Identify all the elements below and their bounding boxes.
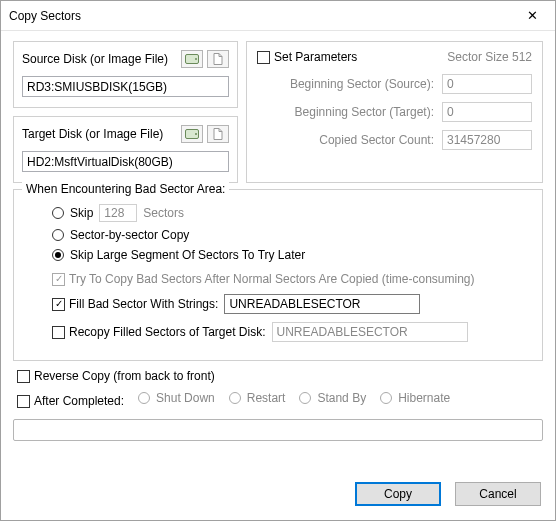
target-open-file-button[interactable] <box>207 125 229 143</box>
skip-radio[interactable]: Skip Sectors <box>52 204 532 222</box>
sector-size-label: Sector Size 512 <box>447 50 532 64</box>
source-open-file-button[interactable] <box>207 50 229 68</box>
restart-label: Restart <box>247 391 286 405</box>
skip-large-radio[interactable]: Skip Large Segment Of Sectors To Try Lat… <box>52 248 532 262</box>
target-disk-combobox[interactable] <box>22 151 229 172</box>
bad-sector-subopts: Try To Copy Bad Sectors After Normal Sec… <box>24 272 532 342</box>
copied-count-input[interactable] <box>442 130 532 150</box>
dialog-window: Copy Sectors ✕ Source Disk (or Image Fil… <box>0 0 556 521</box>
fill-strings-input[interactable] <box>224 294 420 314</box>
beginning-source-input[interactable] <box>442 74 532 94</box>
titlebar: Copy Sectors ✕ <box>1 1 555 31</box>
fill-strings-checkbox[interactable]: Fill Bad Sector With Strings: <box>52 297 218 311</box>
disk-icon <box>185 129 199 139</box>
try-after-checkbox: Try To Copy Bad Sectors After Normal Sec… <box>52 272 475 286</box>
after-completed-checkbox[interactable]: After Completed: <box>17 394 124 408</box>
recopy-input <box>272 322 468 342</box>
cancel-button[interactable]: Cancel <box>455 482 541 506</box>
try-after-label: Try To Copy Bad Sectors After Normal Sec… <box>69 272 475 286</box>
parameters-panel: Set Parameters Sector Size 512 Beginning… <box>246 41 543 183</box>
recopy-label: Recopy Filled Sectors of Target Disk: <box>69 325 266 339</box>
recopy-checkbox[interactable]: Recopy Filled Sectors of Target Disk: <box>52 325 266 339</box>
reverse-copy-label: Reverse Copy (from back to front) <box>34 369 215 383</box>
hibernate-label: Hibernate <box>398 391 450 405</box>
cancel-button-label: Cancel <box>479 487 516 501</box>
close-icon: ✕ <box>527 8 538 23</box>
copied-count-label: Copied Sector Count: <box>257 133 434 147</box>
beginning-target-label: Beginning Sector (Target): <box>257 105 434 119</box>
set-parameters-checkbox[interactable]: Set Parameters <box>257 50 357 64</box>
reverse-copy-checkbox[interactable]: Reverse Copy (from back to front) <box>17 369 215 383</box>
skip-large-label: Skip Large Segment Of Sectors To Try Lat… <box>70 248 305 262</box>
dialog-body: Source Disk (or Image File) <box>1 31 555 472</box>
svg-point-1 <box>195 58 197 60</box>
sector-by-sector-radio[interactable]: Sector-by-sector Copy <box>52 228 532 242</box>
skip-label: Skip <box>70 206 93 220</box>
file-icon <box>213 128 223 140</box>
hibernate-radio: Hibernate <box>380 391 450 405</box>
skip-unit-label: Sectors <box>143 206 184 220</box>
fill-strings-label: Fill Bad Sector With Strings: <box>69 297 218 311</box>
standby-label: Stand By <box>317 391 366 405</box>
disk-column: Source Disk (or Image File) <box>13 41 238 183</box>
set-parameters-label: Set Parameters <box>274 50 357 64</box>
target-disk-label: Target Disk (or Image File) <box>22 127 163 141</box>
target-select-disk-button[interactable] <box>181 125 203 143</box>
close-button[interactable]: ✕ <box>510 1 555 30</box>
file-icon <box>213 53 223 65</box>
sector-by-sector-label: Sector-by-sector Copy <box>70 228 189 242</box>
shutdown-radio: Shut Down <box>138 391 215 405</box>
svg-point-3 <box>195 133 197 135</box>
restart-radio: Restart <box>229 391 286 405</box>
skip-count-input[interactable] <box>99 204 137 222</box>
top-row: Source Disk (or Image File) <box>13 41 543 183</box>
after-completed-label: After Completed: <box>34 394 124 408</box>
progress-bar <box>13 419 543 441</box>
dialog-footer: Copy Cancel <box>1 472 555 520</box>
bad-sector-radiogroup: Skip Sectors Sector-by-sector Copy Skip … <box>24 204 532 262</box>
copy-button[interactable]: Copy <box>355 482 441 506</box>
source-disk-combobox[interactable] <box>22 76 229 97</box>
source-disk-panel: Source Disk (or Image File) <box>13 41 238 108</box>
target-disk-panel: Target Disk (or Image File) <box>13 116 238 183</box>
source-disk-label: Source Disk (or Image File) <box>22 52 168 66</box>
disk-icon <box>185 54 199 64</box>
beginning-target-input[interactable] <box>442 102 532 122</box>
bad-sector-legend: When Encountering Bad Sector Area: <box>22 182 229 196</box>
bad-sector-fieldset: When Encountering Bad Sector Area: Skip … <box>13 189 543 361</box>
source-select-disk-button[interactable] <box>181 50 203 68</box>
standby-radio: Stand By <box>299 391 366 405</box>
shutdown-label: Shut Down <box>156 391 215 405</box>
copy-button-label: Copy <box>384 487 412 501</box>
window-title: Copy Sectors <box>9 9 81 23</box>
beginning-source-label: Beginning Sector (Source): <box>257 77 434 91</box>
